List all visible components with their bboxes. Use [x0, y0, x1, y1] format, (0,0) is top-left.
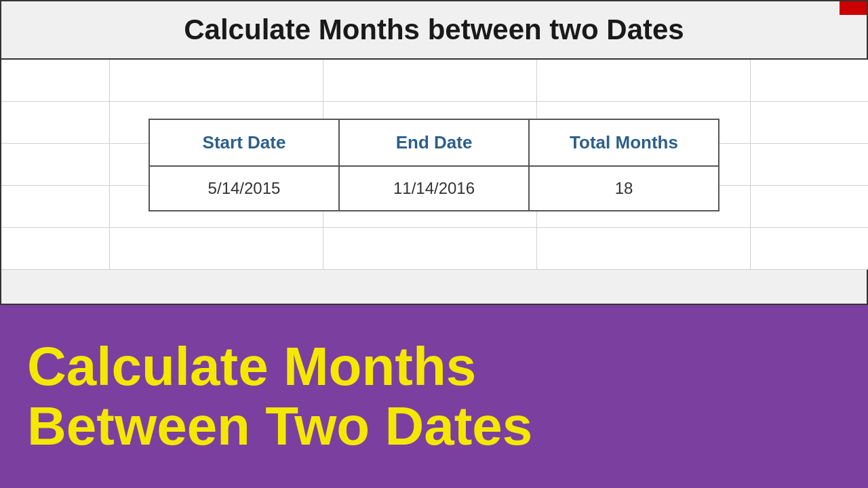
grid-cell	[1, 102, 110, 144]
grid-cell	[1, 60, 110, 102]
bottom-title-line2: Between Two Dates	[27, 396, 532, 456]
cell-end-date: 11/14/2016	[339, 166, 529, 211]
window-controls	[840, 1, 867, 15]
grid-area: Start Date End Date Total Months 5/14/20…	[1, 60, 867, 270]
spreadsheet-title: Calculate Months between two Dates	[22, 14, 846, 46]
cell-start-date: 5/14/2015	[149, 166, 339, 211]
grid-cell	[1, 144, 110, 186]
grid-cell	[751, 144, 868, 186]
data-table-wrapper: Start Date End Date Total Months 5/14/20…	[149, 119, 719, 211]
bottom-title-line1: Calculate Months	[27, 337, 532, 396]
grid-cell	[110, 60, 323, 102]
grid-cell	[1, 186, 110, 228]
grid-cell	[751, 60, 868, 102]
header-end-date: End Date	[339, 119, 529, 166]
grid-cell	[537, 60, 751, 102]
cell-total-months: 18	[529, 166, 719, 211]
header-total-months: Total Months	[529, 119, 719, 166]
grid-cell	[110, 228, 323, 270]
grid-cell	[537, 228, 751, 270]
close-button[interactable]	[840, 1, 867, 15]
bottom-section: Calculate Months Between Two Dates	[0, 305, 868, 488]
grid-cell	[1, 228, 110, 270]
grid-cell	[751, 186, 868, 228]
title-bar: Calculate Months between two Dates	[1, 1, 867, 60]
header-start-date: Start Date	[149, 119, 339, 166]
data-table: Start Date End Date Total Months 5/14/20…	[149, 119, 719, 211]
table-row: 5/14/2015 11/14/2016 18	[149, 166, 719, 211]
grid-cell	[323, 60, 537, 102]
grid-cell	[323, 228, 537, 270]
grid-cell	[751, 102, 868, 144]
bottom-title: Calculate Months Between Two Dates	[27, 337, 532, 456]
grid-cell	[751, 228, 868, 270]
table-header-row: Start Date End Date Total Months	[149, 119, 719, 166]
spreadsheet-section: Calculate Months between two Dates	[0, 0, 868, 305]
